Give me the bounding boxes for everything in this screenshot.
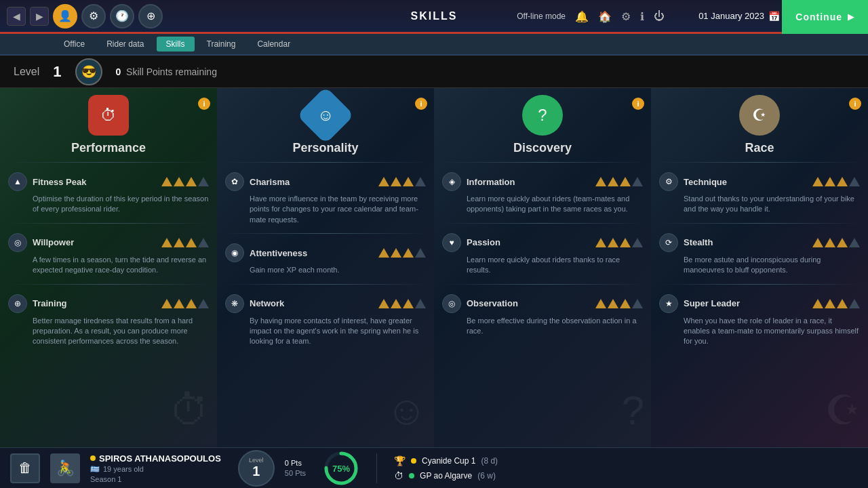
discovery-info-badge[interactable]: i — [632, 98, 644, 110]
race-1-detail: (8 d) — [481, 456, 498, 466]
star-4 — [632, 238, 643, 247]
nav-icon-team[interactable]: ⚙ — [81, 4, 106, 28]
divider — [658, 223, 861, 224]
skill-willpower: ◎ Willpower A few times in a season, tur… — [0, 228, 217, 280]
continue-button[interactable]: Continue — [782, 0, 868, 34]
skill-technique-row: ⚙ Technique — [659, 172, 860, 191]
col-header-race: ☪ Race i — [651, 88, 868, 158]
subnav-calendar[interactable]: Calendar — [248, 37, 300, 52]
skill-network-row: ❋ Network — [225, 294, 426, 313]
performance-title: Performance — [71, 141, 146, 155]
personality-icon: ☺ — [297, 88, 355, 144]
skill-super-leader: ★ Super Leader When you have the role of… — [651, 289, 868, 351]
skill-fitness-row: ▲ Fitness Peak — [8, 172, 209, 191]
subnav-riderdata[interactable]: Rider data — [97, 37, 153, 52]
pts-total-value: 50 Pts — [285, 469, 306, 477]
race-2-dot — [409, 473, 414, 479]
skill-charisma-name: Charisma — [250, 177, 373, 187]
skill-passion-stars — [595, 238, 643, 247]
subnav-training[interactable]: Training — [197, 37, 245, 52]
gear-icon[interactable]: ⚙ — [621, 9, 631, 22]
info-icon[interactable]: ℹ — [640, 9, 644, 22]
divider — [7, 223, 210, 224]
nav-forward-button[interactable]: ▶ — [30, 7, 49, 26]
power-icon[interactable]: ⏻ — [654, 10, 665, 22]
star-1 — [378, 248, 389, 258]
star-2 — [608, 238, 618, 247]
star-3 — [620, 177, 631, 186]
bell-icon[interactable]: 🔔 — [575, 9, 589, 22]
star-3 — [186, 238, 197, 247]
pts-total-row: 50 Pts — [285, 469, 306, 477]
skill-attentiveness: ◉ Attentiveness Gain more XP each month. — [217, 238, 434, 279]
skill-passion-name: Passion — [467, 237, 590, 247]
level-label: Level — [14, 66, 39, 78]
skill-fitness-icon: ▲ — [8, 172, 27, 191]
sub-nav: Office Rider data Skills Training Calend… — [0, 34, 868, 56]
race-icon-symbol: ☪ — [752, 106, 767, 125]
skill-willpower-desc: A few times in a season, turn the tide a… — [8, 255, 209, 276]
top-icons: Off-line mode 🔔 🏠 ⚙ ℹ ⏻ — [517, 9, 665, 22]
column-performance: ⏱ Performance i ▲ Fitness Peak Optimise … — [0, 88, 217, 447]
rider-season-display: Season 1 — [90, 475, 221, 483]
rider-trophy-icon: 🗑 — [10, 453, 40, 483]
skill-points-display: 0 Skill Points remaining — [116, 66, 217, 77]
skill-observation: ◎ Observation Be more effective during t… — [434, 289, 651, 341]
skill-training: ⊕ Training Better manage tiredness that … — [0, 289, 217, 351]
rider-season-text: Season 1 — [90, 475, 121, 483]
star-1 — [595, 177, 606, 186]
star-3 — [186, 177, 197, 186]
nav-icon-globe[interactable]: ⊕ — [138, 4, 163, 28]
race-item-2: ⏱ GP ao Algarve (6 w) — [394, 470, 498, 481]
subnav-skills[interactable]: Skills — [157, 37, 195, 52]
bottom-bar: 🗑 🚴 SPIROS ATHANASOPOULOS 🇬🇷 19 years ol… — [0, 447, 868, 488]
performance-info-badge[interactable]: i — [198, 98, 210, 110]
col-watermark-race: ☪ — [825, 386, 861, 434]
race-1-name: Cyanide Cup 1 — [422, 456, 475, 466]
level-avatar: 😎 — [75, 58, 102, 85]
skill-network-desc: By having more contacts of interest, hav… — [225, 316, 426, 347]
skill-passion-icon: ♥ — [442, 233, 461, 252]
discovery-title: Discovery — [513, 141, 572, 155]
divider — [224, 162, 427, 163]
skill-super-leader-desc: When you have the role of leader in a ra… — [659, 316, 860, 347]
nav-back-button[interactable]: ◀ — [7, 7, 26, 26]
skill-network-name: Network — [250, 298, 373, 308]
race-1-dot — [411, 458, 416, 464]
race-2-detail: (6 w) — [477, 471, 496, 481]
skill-points-value: 0 — [116, 66, 121, 77]
personality-info-badge[interactable]: i — [415, 98, 427, 110]
skill-observation-stars — [595, 299, 643, 308]
skill-super-leader-stars — [812, 299, 860, 308]
skill-charisma-row: ✿ Charisma — [225, 172, 426, 191]
skill-stealth-icon: ⟳ — [659, 233, 678, 252]
subnav-office[interactable]: Office — [54, 37, 94, 52]
skill-willpower-stars — [161, 238, 209, 247]
nav-icon-rider[interactable]: 👤 — [53, 4, 77, 28]
pts-info: 0 Pts 50 Pts — [285, 459, 306, 477]
home-icon[interactable]: 🏠 — [598, 9, 612, 22]
calendar-icon[interactable]: 📅 — [768, 11, 780, 22]
skill-information-stars — [595, 177, 643, 186]
star-4 — [632, 299, 643, 308]
race-info-badge[interactable]: i — [849, 98, 861, 110]
rider-age-display: 🇬🇷 19 years old — [90, 465, 221, 474]
skill-willpower-icon: ◎ — [8, 233, 27, 252]
bottom-divider — [376, 453, 377, 483]
timer-icon: ⏱ — [394, 470, 403, 481]
divider — [224, 233, 427, 234]
discovery-icon: ? — [522, 95, 563, 136]
rider-avatar: 🚴 — [50, 453, 80, 483]
skill-fitness-desc: Optimise the duration of this key period… — [8, 194, 209, 215]
star-4 — [849, 238, 860, 247]
star-1 — [812, 177, 823, 186]
skill-fitness-stars — [161, 177, 209, 186]
rider-status-dot — [90, 455, 96, 461]
star-4 — [849, 299, 860, 308]
divider — [441, 162, 644, 163]
skill-technique-name: Technique — [684, 177, 807, 187]
nav-icon-clock[interactable]: 🕐 — [110, 4, 134, 28]
level-bar: Level 1 😎 0 Skill Points remaining — [0, 56, 868, 88]
pts-current-row: 0 Pts — [285, 459, 306, 467]
star-3 — [837, 238, 848, 247]
